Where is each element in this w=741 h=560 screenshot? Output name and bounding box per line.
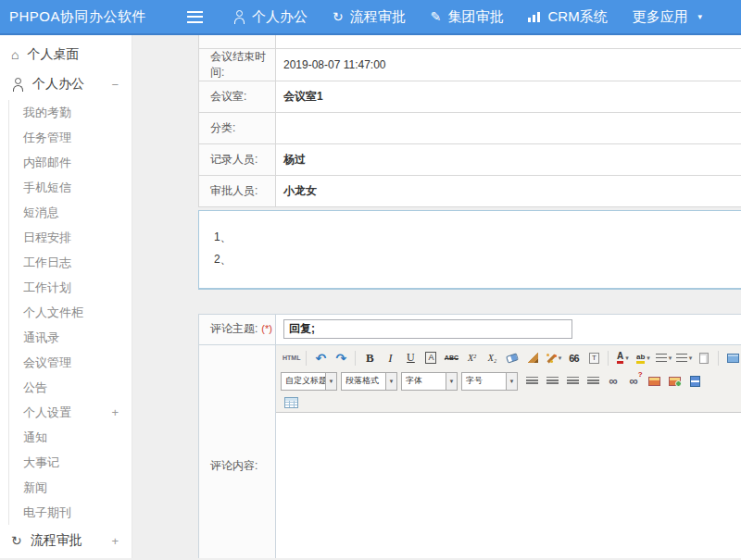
dropdown-arrow-icon: ▾ (689, 355, 693, 362)
link-button[interactable]: ∞ (604, 372, 622, 391)
align-justify-button[interactable] (584, 372, 602, 391)
unlink-button[interactable]: ∞ (624, 372, 643, 391)
nav-item-group-approval[interactable]: ✎ 集团审批 (431, 8, 504, 26)
edit-icon: ✎ (431, 10, 442, 23)
redo-icon: ↷ (336, 352, 347, 365)
sidebar-item-internal-mail[interactable]: 内部邮件 (9, 150, 132, 175)
nav-item-crm-system[interactable]: CRM系统 (528, 8, 607, 26)
insert-image-button[interactable] (665, 372, 684, 391)
toolbar-separator (355, 351, 356, 366)
field-value: 杨过 (283, 153, 306, 166)
sidebar-item-work-plan[interactable]: 工作计划 (9, 275, 132, 300)
size-select[interactable]: 字号 ▼ (461, 372, 518, 391)
font-name-button[interactable]: A (421, 349, 440, 367)
undo-button[interactable]: ↶ (311, 349, 330, 367)
user-icon (11, 78, 24, 91)
sidebar-item-mobile-sms[interactable]: 手机短信 (9, 175, 132, 200)
align-right-button[interactable] (563, 372, 582, 391)
ordered-list-button[interactable]: ▾ (654, 349, 672, 367)
font-select[interactable]: 字体 ▼ (401, 372, 458, 391)
sidebar-item-personal-settings[interactable]: 个人设置 + (9, 400, 132, 425)
table-row-partial (199, 35, 741, 48)
sidebar-item-meeting-management[interactable]: 会议管理 (9, 350, 132, 375)
form-row: 会议结束时间: 2019-08-07 11:47:00 (199, 48, 741, 81)
sidebar-item-label: 个人文件柜 (23, 305, 83, 321)
sidebar-item-e-journal[interactable]: 电子期刊 (9, 500, 132, 525)
superscript-button[interactable]: X² (462, 349, 481, 367)
italic-button[interactable]: I (381, 349, 399, 367)
sidebar-item-personal-desktop[interactable]: ⌂ 个人桌面 (0, 40, 132, 69)
sidebar-item-schedule[interactable]: 日程安排 (9, 225, 132, 250)
font-color-button[interactable]: A ▾ (613, 349, 632, 367)
chevron-down-icon: ▼ (325, 373, 336, 390)
expand-toggle[interactable]: + (111, 534, 119, 548)
form-row: 会议室: 会议室1 (199, 81, 741, 112)
sidebar-item-label: 通讯录 (23, 330, 59, 346)
app-logo: PHPOA协同办公软件 (0, 8, 176, 26)
comment-subject-input[interactable] (283, 319, 572, 339)
nav-item-workflow-approval[interactable]: ↻ 流程审批 (333, 8, 406, 26)
strikethrough-icon: ABC (445, 355, 458, 361)
heading-select[interactable]: 自定义标题 ▼ (281, 372, 337, 391)
sidebar-item-short-message[interactable]: 短消息 (9, 200, 132, 225)
align-center-button[interactable] (543, 372, 561, 391)
sidebar-item-news[interactable]: 新闻 (9, 475, 132, 500)
sidebar-item-label: 工作计划 (23, 280, 71, 296)
fullscreen-icon (727, 354, 739, 363)
bold-button[interactable]: B (360, 349, 379, 367)
fullscreen-button[interactable] (723, 349, 741, 367)
sidebar: ⌂ 个人桌面 个人办公 − 我的考勤 任务管理 内部邮件 手机短信 短消息 日程… (0, 35, 132, 558)
sidebar-item-task-management[interactable]: 任务管理 (9, 125, 132, 150)
sidebar-item-work-log[interactable]: 工作日志 (9, 250, 132, 275)
new-document-button[interactable] (695, 349, 713, 367)
expand-toggle[interactable]: − (111, 78, 119, 92)
hamburger-menu-icon[interactable] (187, 11, 203, 23)
history-icon: ↻ (333, 10, 344, 23)
paragraph-select[interactable]: 段落格式 ▼ (341, 372, 397, 391)
underline-button[interactable]: U (401, 349, 420, 367)
comment-content-row: 评论内容: HTML ↶ ↷ B I U A ABC X² X₂ (199, 344, 741, 558)
sidebar-item-label: 内部邮件 (23, 155, 71, 171)
dropdown-arrow-icon: ▾ (669, 355, 672, 362)
sidebar-item-my-attendance[interactable]: 我的考勤 (9, 100, 132, 125)
sidebar-item-announcement[interactable]: 公告 (9, 375, 132, 400)
unordered-list-button[interactable]: ▾ (674, 349, 693, 367)
sidebar-item-label: 通知 (23, 429, 47, 446)
sidebar-item-notification[interactable]: 通知 (9, 425, 132, 450)
sidebar-item-workflow-approval[interactable]: ↻ 流程审批 + (0, 526, 132, 555)
paste-plain-button[interactable]: T (584, 349, 603, 367)
magic-wand-button[interactable]: ▾ (544, 349, 562, 367)
redo-button[interactable]: ↷ (332, 349, 350, 367)
strikethrough-button[interactable]: ABC (442, 349, 460, 367)
main-content: 会议结束时间: 2019-08-07 11:47:00 会议室: 会议室1 分类… (132, 35, 741, 558)
format-brush-button[interactable] (523, 349, 542, 367)
align-justify-icon (587, 377, 599, 386)
nav-item-more-apps[interactable]: 更多应用 ▼ (633, 8, 704, 26)
align-left-button[interactable] (522, 372, 541, 391)
sidebar-item-major-events[interactable]: 大事记 (9, 450, 132, 475)
html-source-button[interactable]: HTML (282, 349, 301, 367)
media-icon (690, 376, 700, 387)
expand-toggle[interactable]: + (111, 405, 119, 419)
ordered-list-icon (656, 354, 667, 363)
nav-item-label: 更多应用 (633, 8, 688, 26)
nav-item-personal-office[interactable]: 个人办公 (232, 8, 308, 26)
new-document-icon (699, 353, 709, 364)
image-button[interactable] (645, 372, 663, 391)
editor-toolbar-row2: 自定义标题 ▼ 段落格式 ▼ 字体 ▼ 字号 ▼ ∞ ∞ (276, 369, 741, 393)
blockquote-button[interactable]: 66 (564, 349, 583, 367)
unlink-icon: ∞ (629, 375, 637, 387)
image-icon (648, 377, 660, 386)
subscript-button[interactable]: X₂ (483, 349, 501, 367)
editor-content-area[interactable] (276, 412, 741, 559)
sidebar-item-personal-office[interactable]: 个人办公 − (0, 69, 132, 99)
eraser-button[interactable] (503, 349, 521, 367)
home-icon: ⌂ (11, 48, 19, 61)
media-button[interactable] (685, 372, 704, 391)
sidebar-item-label: 个人设置 (23, 404, 71, 421)
table-button[interactable] (282, 393, 300, 412)
highlight-color-button[interactable]: ab ▾ (634, 349, 652, 367)
sidebar-item-personal-cabinet[interactable]: 个人文件柜 (9, 300, 132, 325)
comment-subject-label: 评论主题: (210, 322, 257, 335)
sidebar-item-contacts[interactable]: 通讯录 (9, 325, 132, 350)
